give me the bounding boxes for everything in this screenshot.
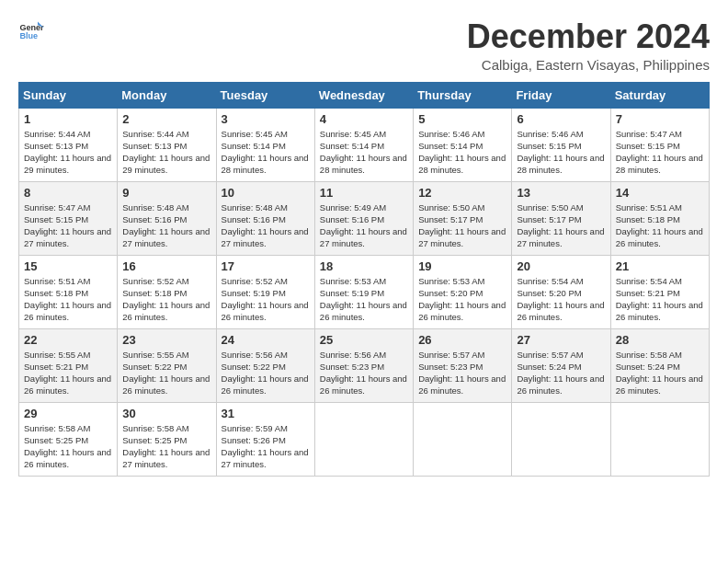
day-cell: 2 Sunrise: 5:44 AM Sunset: 5:13 PM Dayli… [118,108,216,181]
day-cell: 16 Sunrise: 5:52 AM Sunset: 5:18 PM Dayl… [118,255,216,328]
day-info: Sunrise: 5:51 AM Sunset: 5:18 PM Dayligh… [24,275,112,324]
week-row-2: 8 Sunrise: 5:47 AM Sunset: 5:15 PM Dayli… [19,181,710,255]
day-info: Sunrise: 5:52 AM Sunset: 5:19 PM Dayligh… [222,275,310,324]
day-info: Sunrise: 5:58 AM Sunset: 5:24 PM Dayligh… [616,349,704,397]
day-info: Sunrise: 5:54 AM Sunset: 5:20 PM Dayligh… [517,275,605,324]
day-cell: 15 Sunrise: 5:51 AM Sunset: 5:18 PM Dayl… [19,255,118,328]
week-row-3: 15 Sunrise: 5:51 AM Sunset: 5:18 PM Dayl… [19,255,710,328]
day-number: 1 [24,112,112,126]
day-info: Sunrise: 5:46 AM Sunset: 5:14 PM Dayligh… [418,128,506,177]
day-number: 8 [24,186,112,200]
day-cell: 19 Sunrise: 5:53 AM Sunset: 5:20 PM Dayl… [414,255,512,328]
day-number: 6 [517,112,605,126]
day-info: Sunrise: 5:52 AM Sunset: 5:18 PM Dayligh… [122,275,210,324]
day-number: 13 [517,186,605,200]
day-number: 10 [222,186,310,200]
day-info: Sunrise: 5:47 AM Sunset: 5:15 PM Dayligh… [616,128,704,177]
day-number: 11 [320,186,408,200]
day-number: 12 [418,186,506,200]
day-number: 20 [517,259,605,273]
day-number: 17 [222,259,310,273]
day-cell: 22 Sunrise: 5:55 AM Sunset: 5:21 PM Dayl… [19,328,118,402]
day-number: 22 [24,333,112,347]
day-cell [610,402,709,476]
title-section: December 2024 Calbiga, Eastern Visayas, … [467,18,710,73]
day-info: Sunrise: 5:56 AM Sunset: 5:22 PM Dayligh… [222,349,310,397]
day-number: 29 [24,407,112,420]
day-cell: 21 Sunrise: 5:54 AM Sunset: 5:21 PM Dayl… [610,255,709,328]
day-info: Sunrise: 5:57 AM Sunset: 5:23 PM Dayligh… [418,349,506,397]
day-cell: 25 Sunrise: 5:56 AM Sunset: 5:23 PM Dayl… [314,328,413,402]
week-row-1: 1 Sunrise: 5:44 AM Sunset: 5:13 PM Dayli… [19,108,710,181]
day-info: Sunrise: 5:55 AM Sunset: 5:22 PM Dayligh… [122,349,210,397]
day-info: Sunrise: 5:55 AM Sunset: 5:21 PM Dayligh… [24,349,112,397]
day-cell: 24 Sunrise: 5:56 AM Sunset: 5:22 PM Dayl… [216,328,314,402]
day-number: 24 [222,333,310,347]
day-cell: 10 Sunrise: 5:48 AM Sunset: 5:16 PM Dayl… [216,181,314,255]
day-cell [414,402,512,476]
day-number: 4 [320,112,408,126]
day-info: Sunrise: 5:47 AM Sunset: 5:15 PM Dayligh… [24,201,112,250]
logo-icon: General Blue [18,18,44,44]
day-number: 7 [616,112,704,126]
day-number: 9 [122,186,210,200]
day-number: 27 [517,333,605,347]
day-cell [512,402,610,476]
day-cell [314,402,413,476]
column-header-tuesday: Tuesday [216,82,314,108]
day-number: 3 [222,112,310,126]
logo: General Blue [18,18,44,44]
day-cell: 4 Sunrise: 5:45 AM Sunset: 5:14 PM Dayli… [314,108,413,181]
header-row: SundayMondayTuesdayWednesdayThursdayFrid… [19,82,710,108]
day-number: 14 [616,186,704,200]
day-info: Sunrise: 5:58 AM Sunset: 5:25 PM Dayligh… [122,422,210,471]
day-number: 18 [320,259,408,273]
column-header-thursday: Thursday [414,82,512,108]
week-row-4: 22 Sunrise: 5:55 AM Sunset: 5:21 PM Dayl… [19,328,710,402]
day-cell: 8 Sunrise: 5:47 AM Sunset: 5:15 PM Dayli… [19,181,118,255]
day-cell: 11 Sunrise: 5:49 AM Sunset: 5:16 PM Dayl… [314,181,413,255]
day-cell: 20 Sunrise: 5:54 AM Sunset: 5:20 PM Dayl… [512,255,610,328]
day-info: Sunrise: 5:49 AM Sunset: 5:16 PM Dayligh… [320,201,408,250]
day-info: Sunrise: 5:53 AM Sunset: 5:19 PM Dayligh… [320,275,408,324]
day-info: Sunrise: 5:50 AM Sunset: 5:17 PM Dayligh… [517,201,605,250]
day-info: Sunrise: 5:45 AM Sunset: 5:14 PM Dayligh… [320,128,408,177]
month-title: December 2024 [467,18,710,55]
day-info: Sunrise: 5:58 AM Sunset: 5:25 PM Dayligh… [24,422,112,471]
day-cell: 29 Sunrise: 5:58 AM Sunset: 5:25 PM Dayl… [19,402,118,476]
day-info: Sunrise: 5:56 AM Sunset: 5:23 PM Dayligh… [320,349,408,397]
day-info: Sunrise: 5:54 AM Sunset: 5:21 PM Dayligh… [616,275,704,324]
day-cell: 28 Sunrise: 5:58 AM Sunset: 5:24 PM Dayl… [610,328,709,402]
column-header-saturday: Saturday [610,82,709,108]
week-row-5: 29 Sunrise: 5:58 AM Sunset: 5:25 PM Dayl… [19,402,710,476]
day-cell: 6 Sunrise: 5:46 AM Sunset: 5:15 PM Dayli… [512,108,610,181]
column-header-monday: Monday [118,82,216,108]
day-cell: 23 Sunrise: 5:55 AM Sunset: 5:22 PM Dayl… [118,328,216,402]
header: General Blue December 2024 Calbiga, East… [18,18,710,73]
day-cell: 17 Sunrise: 5:52 AM Sunset: 5:19 PM Dayl… [216,255,314,328]
day-number: 21 [616,259,704,273]
location-title: Calbiga, Eastern Visayas, Philippines [467,57,710,73]
day-number: 25 [320,333,408,347]
day-info: Sunrise: 5:53 AM Sunset: 5:20 PM Dayligh… [418,275,506,324]
day-number: 23 [122,333,210,347]
column-header-wednesday: Wednesday [314,82,413,108]
day-number: 15 [24,259,112,273]
day-cell: 18 Sunrise: 5:53 AM Sunset: 5:19 PM Dayl… [314,255,413,328]
day-cell: 31 Sunrise: 5:59 AM Sunset: 5:26 PM Dayl… [216,402,314,476]
day-cell: 26 Sunrise: 5:57 AM Sunset: 5:23 PM Dayl… [414,328,512,402]
day-cell: 30 Sunrise: 5:58 AM Sunset: 5:25 PM Dayl… [118,402,216,476]
day-info: Sunrise: 5:44 AM Sunset: 5:13 PM Dayligh… [122,128,210,177]
day-number: 5 [418,112,506,126]
day-info: Sunrise: 5:48 AM Sunset: 5:16 PM Dayligh… [222,201,310,250]
day-info: Sunrise: 5:59 AM Sunset: 5:26 PM Dayligh… [222,422,310,471]
day-info: Sunrise: 5:51 AM Sunset: 5:18 PM Dayligh… [616,201,704,250]
calendar-table: SundayMondayTuesdayWednesdayThursdayFrid… [18,82,710,477]
day-cell: 12 Sunrise: 5:50 AM Sunset: 5:17 PM Dayl… [414,181,512,255]
day-info: Sunrise: 5:46 AM Sunset: 5:15 PM Dayligh… [517,128,605,177]
day-cell: 13 Sunrise: 5:50 AM Sunset: 5:17 PM Dayl… [512,181,610,255]
day-info: Sunrise: 5:57 AM Sunset: 5:24 PM Dayligh… [517,349,605,397]
day-number: 2 [122,112,210,126]
day-info: Sunrise: 5:44 AM Sunset: 5:13 PM Dayligh… [24,128,112,177]
svg-text:Blue: Blue [19,31,38,40]
